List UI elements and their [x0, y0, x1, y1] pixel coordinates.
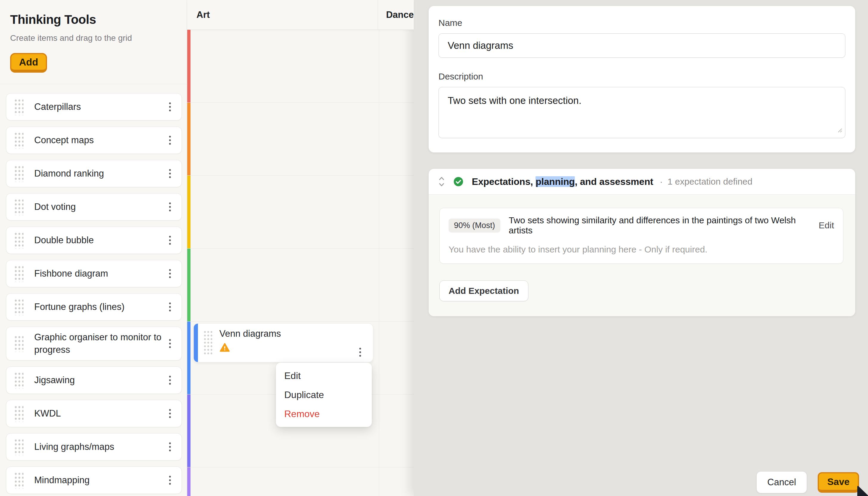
grid-row — [187, 467, 414, 496]
grid-column-art: Art — [187, 0, 378, 30]
kebab-menu-icon[interactable] — [169, 306, 171, 308]
sidebar-title: Thinking Tools — [10, 13, 176, 27]
tool-label: Double bubble — [34, 234, 169, 247]
card-accent-bar — [194, 324, 198, 362]
expectation-planning-note: You have the ability to insert your plan… — [448, 245, 834, 254]
venn-card-menu-wrap — [359, 324, 373, 362]
add-button[interactable]: Add — [10, 53, 47, 73]
description-value: Two sets with one intersection. — [448, 95, 581, 106]
drawer-footer: Cancel Save — [757, 471, 859, 493]
list-item[interactable]: Concept maps — [6, 126, 182, 154]
menu-item-remove[interactable]: Remove — [276, 404, 372, 423]
expectations-header[interactable]: Expectations, planning, and assessment ·… — [429, 169, 855, 195]
list-item[interactable]: KWDL — [6, 400, 182, 427]
drag-handle-icon[interactable] — [203, 330, 212, 356]
grid-row — [187, 176, 414, 249]
drag-handle-icon[interactable] — [14, 299, 23, 315]
list-item[interactable]: Mindmapping — [6, 466, 182, 494]
list-item[interactable]: Double bubble — [6, 227, 182, 254]
list-item[interactable]: Diamond ranking — [6, 160, 182, 187]
description-label: Description — [439, 72, 846, 81]
list-item[interactable]: Dot voting — [6, 193, 182, 221]
edit-drawer: Name Venn diagrams Description Two sets … — [414, 0, 868, 496]
list-item[interactable]: Caterpillars — [6, 93, 182, 121]
section-title-before: Expectations, — [472, 176, 536, 187]
tool-label: Graphic organiser to monitor to progress — [34, 331, 169, 356]
kebab-menu-icon[interactable] — [359, 351, 361, 353]
column-header-dance: Dance — [386, 10, 414, 20]
tool-label: KWDL — [34, 407, 169, 420]
resize-handle-icon[interactable] — [836, 124, 843, 136]
column-header-art: Art — [196, 10, 210, 20]
check-circle-icon — [453, 176, 463, 187]
chevrons-up-down-icon[interactable] — [438, 176, 446, 187]
drag-handle-icon[interactable] — [14, 265, 23, 282]
kebab-menu-icon[interactable] — [169, 273, 171, 275]
kebab-menu-icon[interactable] — [169, 479, 171, 481]
expectations-card: Expectations, planning, and assessment ·… — [429, 169, 855, 316]
drag-handle-icon[interactable] — [14, 132, 23, 149]
drag-handle-icon[interactable] — [14, 199, 23, 215]
form-card: Name Venn diagrams Description Two sets … — [429, 6, 855, 152]
tool-label: Fishbone diagram — [34, 267, 169, 280]
name-input[interactable]: Venn diagrams — [439, 33, 846, 58]
grid-column-dance: Dance — [378, 0, 414, 30]
expectation-text: Two sets showing similarity and differen… — [509, 215, 811, 235]
tool-label: Diamond ranking — [34, 167, 169, 180]
kebab-menu-icon[interactable] — [169, 106, 171, 108]
row-color-stripe — [187, 30, 190, 103]
expectation-count-badge: 1 expectation defined — [667, 176, 752, 187]
planning-grid: Art Dance — [187, 0, 414, 496]
list-item[interactable]: Living graphs/maps — [6, 433, 182, 461]
menu-item-duplicate[interactable]: Duplicate — [276, 385, 372, 404]
menu-item-edit[interactable]: Edit — [276, 366, 372, 385]
mouse-cursor — [855, 483, 868, 496]
row-color-stripe — [187, 103, 190, 175]
grid-header: Art Dance — [187, 0, 414, 30]
grid-row — [187, 249, 414, 322]
app-screen: Thinking Tools Create items and drag to … — [0, 0, 868, 496]
sidebar-subtitle: Create items and drag to the grid — [10, 33, 176, 43]
add-expectation-button[interactable]: Add Expectation — [439, 280, 528, 301]
drag-handle-icon[interactable] — [14, 405, 23, 422]
kebab-menu-icon[interactable] — [169, 206, 171, 208]
description-textarea[interactable]: Two sets with one intersection. — [439, 87, 846, 138]
expectation-edit-link[interactable]: Edit — [819, 220, 834, 230]
sidebar: Thinking Tools Create items and drag to … — [0, 0, 187, 496]
section-title-after: , and assessment — [575, 176, 653, 187]
name-label: Name — [439, 18, 846, 28]
drag-handle-icon[interactable] — [14, 335, 23, 352]
section-title-highlighted-text: planning — [536, 176, 575, 187]
grid-column-divider — [379, 30, 379, 496]
row-color-stripe — [187, 394, 190, 467]
cancel-button[interactable]: Cancel — [757, 471, 807, 493]
kebab-menu-icon[interactable] — [169, 413, 171, 415]
kebab-menu-icon[interactable] — [169, 173, 171, 174]
context-menu: Edit Duplicate Remove — [276, 362, 372, 427]
venn-card-content: Venn diagrams — [212, 324, 359, 362]
list-item[interactable]: Graphic organiser to monitor to progress — [6, 327, 182, 360]
tool-label: Mindmapping — [34, 474, 169, 486]
kebab-menu-icon[interactable] — [169, 139, 171, 141]
tool-label: Jigsawing — [34, 374, 169, 386]
grid-item-venn-diagrams[interactable]: Venn diagrams — [193, 323, 373, 362]
list-item[interactable]: Jigsawing — [6, 367, 182, 394]
kebab-menu-icon[interactable] — [169, 446, 171, 448]
save-button[interactable]: Save — [818, 472, 859, 493]
drag-handle-icon[interactable] — [14, 472, 23, 489]
kebab-menu-icon[interactable] — [169, 343, 171, 344]
list-item[interactable]: Fishbone diagram — [6, 260, 182, 287]
row-color-stripe — [187, 322, 190, 394]
row-color-stripe — [187, 467, 190, 496]
drag-handle-icon[interactable] — [14, 165, 23, 182]
kebab-menu-icon[interactable] — [169, 379, 171, 381]
drag-handle-icon[interactable] — [14, 232, 23, 249]
list-item[interactable]: Fortune graphs (lines) — [6, 293, 182, 321]
tool-label: Concept maps — [34, 134, 169, 146]
drag-handle-icon[interactable] — [14, 438, 23, 455]
drag-handle-icon[interactable] — [14, 372, 23, 389]
drag-handle-icon[interactable] — [14, 98, 23, 115]
warning-triangle-icon — [219, 343, 359, 353]
kebab-menu-icon[interactable] — [169, 239, 171, 241]
venn-card-title: Venn diagrams — [219, 328, 359, 339]
